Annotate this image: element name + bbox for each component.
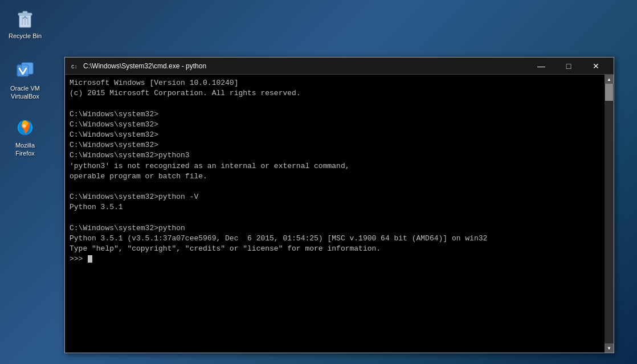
cmd-minimize-btn[interactable]: — xyxy=(528,58,554,75)
recycle-bin-label: Recycle Bin xyxy=(9,32,42,40)
scrollbar-track xyxy=(605,84,614,343)
virtualbox-icon xyxy=(14,59,36,82)
virtualbox-label: Oracle VM VirtualBox xyxy=(7,84,43,101)
cmd-close-btn[interactable]: ✕ xyxy=(583,58,609,75)
cmd-cursor xyxy=(88,255,92,263)
scrollbar-thumb[interactable] xyxy=(605,84,613,101)
svg-text:C:: C: xyxy=(71,64,77,70)
recycle-bin-icon xyxy=(14,7,36,30)
firefox-icon xyxy=(14,116,36,139)
cmd-body: Microsoft Windows [Version 10.0.10240] (… xyxy=(65,75,614,353)
firefox-desktop-icon[interactable]: Mozilla Firefox xyxy=(5,114,46,160)
cmd-titlebar: C: C:\Windows\System32\cmd.exe - python … xyxy=(65,58,614,75)
firefox-label: Mozilla Firefox xyxy=(7,141,43,158)
cmd-scrollbar[interactable]: ▲ ▼ xyxy=(605,75,614,353)
virtualbox-desktop-icon[interactable]: Oracle VM VirtualBox xyxy=(5,57,46,103)
cmd-window-icon: C: xyxy=(70,62,79,71)
svg-point-10 xyxy=(22,124,26,128)
cmd-maximize-btn[interactable]: □ xyxy=(556,58,582,75)
scrollbar-down-btn[interactable]: ▼ xyxy=(605,343,614,353)
cmd-window-controls: — □ ✕ xyxy=(528,58,609,75)
cmd-window: C: C:\Windows\System32\cmd.exe - python … xyxy=(64,57,614,353)
cmd-title: C:\Windows\System32\cmd.exe - python xyxy=(83,62,528,70)
cmd-content-area[interactable]: Microsoft Windows [Version 10.0.10240] (… xyxy=(65,75,605,353)
scrollbar-up-btn[interactable]: ▲ xyxy=(605,75,614,84)
recycle-bin-desktop-icon[interactable]: Recycle Bin xyxy=(5,5,46,42)
svg-rect-2 xyxy=(23,11,27,14)
